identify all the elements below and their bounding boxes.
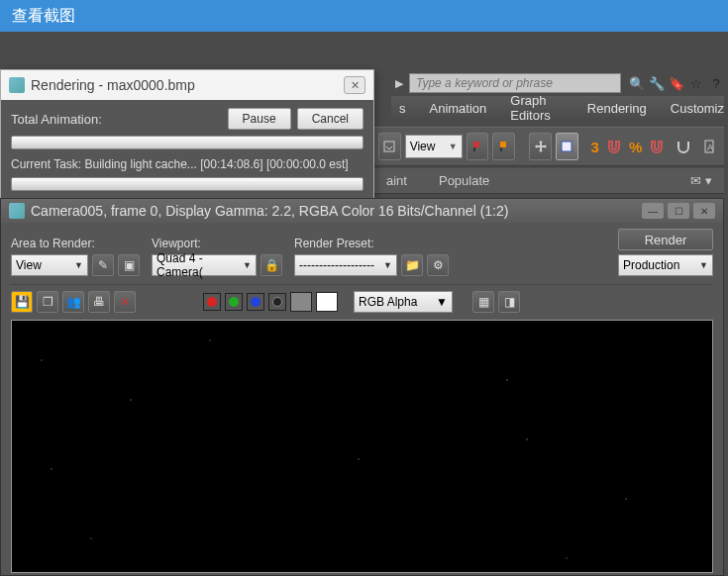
rendering-dialog-body: Total Animation: Pause Cancel Current Ta… — [1, 100, 373, 209]
area-to-render-label: Area to Render: — [11, 237, 140, 250]
production-dropdown[interactable]: Production▼ — [618, 254, 713, 276]
menu-partial[interactable]: s — [399, 101, 406, 116]
svg-rect-5 — [562, 142, 572, 151]
tab-paint[interactable]: aint — [386, 173, 407, 188]
render-button[interactable]: Render — [618, 229, 713, 250]
svg-rect-1 — [473, 142, 479, 147]
close-button[interactable]: ✕ — [344, 76, 365, 94]
wrench-icon[interactable]: 🔧 — [649, 75, 665, 91]
channel-green-button[interactable] — [225, 293, 243, 311]
tb-flag-red-icon[interactable] — [467, 133, 489, 160]
copy-icon[interactable]: ❐ — [37, 291, 58, 313]
tb-magnet2-icon[interactable] — [646, 133, 668, 160]
mono-swatch[interactable] — [290, 292, 312, 312]
chevron-down-icon: ▼ — [243, 260, 252, 270]
tb-select-icon[interactable] — [556, 133, 578, 160]
svg-rect-2 — [473, 147, 475, 151]
framebuffer-title: Camera005, frame 0, Display Gamma: 2.2, … — [31, 203, 638, 219]
channel-dropdown[interactable]: RGB Alpha▼ — [354, 291, 453, 313]
close-button[interactable]: ✕ — [693, 203, 715, 219]
split-view-icon[interactable]: ◨ — [498, 291, 520, 313]
rendering-dialog-titlebar[interactable]: Rendering - max0000.bmp ✕ — [1, 70, 373, 100]
binoculars-icon[interactable]: 🔍 — [629, 75, 645, 91]
overlay-toggle-icon[interactable]: ▦ — [472, 291, 494, 313]
search-chevron-icon[interactable]: ▶ — [391, 77, 407, 90]
svg-text:A: A — [707, 143, 713, 152]
total-progress-bar — [11, 136, 364, 149]
preset-folder-icon[interactable]: 📁 — [401, 254, 423, 276]
area-to-render-dropdown[interactable]: View▼ — [11, 254, 88, 276]
menu-animation[interactable]: Animation — [430, 101, 487, 116]
clone-icon[interactable]: 👥 — [62, 291, 84, 313]
render-output-viewport[interactable] — [11, 320, 713, 573]
mail-icon[interactable]: ✉ ▾ — [690, 173, 712, 188]
framebuffer-controls: Area to Render: View▼ ✎ ▣ Viewport: Quad… — [1, 223, 723, 321]
menu-graph-editors[interactable]: Graph Editors — [510, 93, 564, 123]
search-icon-group: 🔍 🔧 🔖 ☆ ? — [629, 75, 724, 91]
tb-last-icon[interactable]: A — [698, 133, 720, 160]
secondary-toolbar: aint Populate ✉ ▾ — [374, 168, 724, 194]
task-progress-bar — [11, 177, 364, 191]
print-icon[interactable]: 🖶 — [88, 291, 110, 313]
rendered-image — [12, 321, 712, 572]
tb-flag-orange-icon[interactable] — [492, 133, 515, 160]
menu-rendering[interactable]: Rendering — [587, 101, 647, 116]
screenshot-titlebar: 查看截图 — [0, 0, 728, 32]
chevron-down-icon: ▼ — [74, 260, 83, 270]
keyword-search-input[interactable] — [409, 73, 621, 93]
chevron-down-icon: ▼ — [383, 260, 392, 270]
tb-move-icon[interactable] — [529, 133, 552, 160]
tb-3-label: 3 — [590, 139, 598, 155]
chevron-down-icon: ▼ — [449, 142, 458, 151]
preset-settings-icon[interactable]: ⚙ — [427, 254, 449, 276]
chevron-down-icon: ▼ — [436, 295, 448, 309]
total-animation-label: Total Animation: — [11, 112, 222, 127]
main-toolbar: View▼ 3 % A — [374, 127, 724, 166]
tb-dropdown-icon[interactable] — [378, 133, 401, 160]
main-menu-bar: s Animation Graph Editors Rendering Cust… — [391, 96, 724, 120]
save-icon[interactable]: 💾 — [11, 291, 33, 313]
app-icon — [9, 203, 25, 219]
tab-populate[interactable]: Populate — [439, 173, 489, 188]
pause-button[interactable]: Pause — [228, 108, 291, 130]
app-icon — [9, 77, 25, 93]
search-area: ▶ 🔍 🔧 🔖 ☆ ? — [391, 71, 724, 95]
channel-alpha-button[interactable] — [268, 293, 286, 311]
tb-magnet-icon[interactable] — [603, 133, 625, 160]
svg-rect-4 — [500, 147, 502, 151]
region-safe-icon[interactable]: ▣ — [118, 254, 140, 276]
minimize-button[interactable]: — — [642, 203, 664, 219]
viewport-dropdown[interactable]: Quad 4 - Camera(▼ — [152, 254, 257, 276]
svg-rect-3 — [500, 142, 506, 147]
white-swatch[interactable] — [316, 292, 338, 312]
rendering-progress-dialog: Rendering - max0000.bmp ✕ Total Animatio… — [0, 69, 374, 210]
tb-snap-icon[interactable] — [673, 133, 694, 160]
menu-customize[interactable]: Customiz — [671, 101, 724, 116]
view-dropdown[interactable]: View▼ — [405, 135, 463, 158]
maximize-button[interactable]: ☐ — [668, 203, 689, 219]
channel-blue-button[interactable] — [247, 293, 264, 311]
framebuffer-titlebar[interactable]: Camera005, frame 0, Display Gamma: 2.2, … — [1, 199, 723, 223]
screenshot-title: 查看截图 — [12, 6, 75, 27]
help-icon[interactable]: ? — [708, 75, 724, 91]
app-background: ▶ 🔍 🔧 🔖 ☆ ? s Animation Graph Editors Re… — [0, 32, 728, 576]
chevron-down-icon: ▼ — [699, 260, 708, 270]
star-icon[interactable]: ☆ — [688, 75, 704, 91]
viewport-label: Viewport: — [152, 237, 282, 250]
lock-icon[interactable]: 🔒 — [260, 254, 282, 276]
bookmark-icon[interactable]: 🔖 — [669, 75, 684, 91]
current-task-label: Current Task: Building light cache... [0… — [11, 157, 364, 171]
render-preset-dropdown[interactable]: -------------------▼ — [294, 254, 397, 276]
delete-icon[interactable]: ✕ — [114, 291, 136, 313]
channel-red-button[interactable] — [203, 293, 221, 311]
rendering-dialog-title: Rendering - max0000.bmp — [31, 77, 344, 93]
render-preset-label: Render Preset: — [294, 237, 449, 250]
framebuffer-window: Camera005, frame 0, Display Gamma: 2.2, … — [0, 198, 724, 576]
tb-percent-label: % — [629, 139, 642, 155]
edit-region-icon[interactable]: ✎ — [92, 254, 114, 276]
cancel-button[interactable]: Cancel — [297, 108, 364, 130]
